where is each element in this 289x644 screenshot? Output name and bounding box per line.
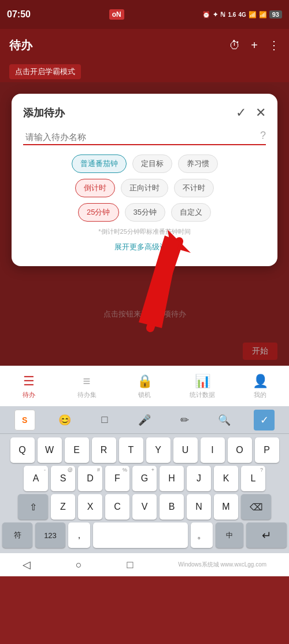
- sougou-btn[interactable]: S: [14, 410, 35, 430]
- header-icons: ⏱ + ⋮: [229, 38, 280, 52]
- key-t[interactable]: T: [119, 437, 143, 463]
- key-backspace[interactable]: ⌫: [241, 494, 271, 520]
- chip-countup[interactable]: 正向计时: [121, 179, 168, 197]
- keyboard-rows: Q W E R T Y U I O P A- S@ D# F% G+ H J K…: [0, 434, 289, 553]
- chip-goal[interactable]: 定目标: [132, 154, 172, 173]
- search-kb-btn[interactable]: 🔍: [214, 410, 235, 430]
- chip-group-type: 普通番茄钟 定目标 养习惯: [23, 154, 266, 173]
- nav-todo-icon: ☰: [23, 374, 35, 389]
- mic-btn[interactable]: 🎤: [134, 410, 155, 430]
- emoji-btn[interactable]: 😊: [54, 410, 75, 430]
- key-y[interactable]: Y: [146, 437, 171, 463]
- key-o[interactable]: O: [228, 437, 252, 463]
- chip-pomodoro[interactable]: 普通番茄钟: [72, 154, 127, 173]
- dialog-actions: ✓ ✕: [236, 105, 266, 120]
- key-z[interactable]: Z: [51, 494, 75, 520]
- chip-25min[interactable]: 25分钟: [78, 203, 118, 222]
- task-name-input[interactable]: [23, 130, 266, 145]
- svg-marker-3: [139, 235, 179, 328]
- key-comma[interactable]: ,: [68, 522, 90, 548]
- nav-mine[interactable]: 👤 我的: [231, 374, 289, 399]
- nav-todo-label: 待办: [23, 391, 35, 399]
- nav-mine-label: 我的: [254, 391, 266, 399]
- nav-todo-set-label: 待办集: [77, 391, 97, 399]
- dialog-confirm-button[interactable]: ✓: [236, 105, 246, 120]
- add-icon[interactable]: +: [251, 39, 258, 52]
- key-m[interactable]: M: [214, 494, 238, 520]
- key-period[interactable]: 。: [191, 522, 213, 548]
- dialog-title: 添加待办: [23, 106, 65, 120]
- nfc-icon: ℕ: [220, 11, 225, 19]
- key-q[interactable]: Q: [10, 437, 35, 463]
- dialog-close-button[interactable]: ✕: [255, 105, 266, 120]
- kb-row-1: Q W E R T Y U I O P: [2, 437, 287, 463]
- key-zh-en[interactable]: 中: [216, 522, 243, 548]
- key-123[interactable]: 123: [35, 522, 65, 548]
- nav-mine-icon: 👤: [253, 374, 268, 389]
- key-e[interactable]: E: [65, 437, 89, 463]
- bluetooth-icon: ✦: [213, 11, 218, 19]
- key-c[interactable]: C: [105, 494, 129, 520]
- nav-back-button[interactable]: ◁: [23, 558, 31, 571]
- network-4g-icon: 4G: [238, 12, 246, 18]
- nav-todo-set-icon: ≡: [83, 374, 91, 389]
- key-b[interactable]: B: [160, 494, 184, 520]
- app-title: 待办: [9, 38, 32, 53]
- key-enter[interactable]: ↵: [246, 522, 287, 548]
- nav-home-button[interactable]: ○: [76, 559, 82, 571]
- key-i[interactable]: I: [201, 437, 225, 463]
- watermark-area: Windows系统城 www.wxcLgg.com: [178, 561, 266, 569]
- key-v[interactable]: V: [132, 494, 157, 520]
- nav-lock-icon: 🔒: [137, 374, 153, 389]
- nav-recents-button[interactable]: □: [127, 559, 134, 571]
- key-r[interactable]: R: [92, 437, 116, 463]
- key-n[interactable]: N: [187, 494, 211, 520]
- system-nav: ◁ ○ □ Windows系统城 www.wxcLgg.com: [0, 553, 289, 576]
- nav-todo[interactable]: ☰ 待办: [0, 374, 58, 399]
- nav-lock-label: 锁机: [138, 391, 151, 399]
- chip-35min[interactable]: 35分钟: [125, 203, 165, 222]
- kb-confirm-btn[interactable]: ✓: [254, 410, 275, 430]
- nav-stats-icon: 📊: [195, 374, 210, 389]
- key-p[interactable]: P: [255, 437, 279, 463]
- nav-stats[interactable]: 📊 统计数据: [173, 374, 231, 399]
- mode-badge[interactable]: 点击开启学霸模式: [9, 64, 81, 79]
- key-l[interactable]: L?: [241, 466, 265, 491]
- key-fu[interactable]: 符: [2, 522, 32, 548]
- key-k[interactable]: K: [214, 466, 238, 491]
- clip-btn[interactable]: □: [94, 410, 115, 430]
- nav-todo-set[interactable]: ≡ 待办集: [58, 374, 116, 399]
- more-icon[interactable]: ⋮: [268, 38, 280, 52]
- keyboard: Q W E R T Y U I O P A- S@ D# F% G+ H J K…: [0, 434, 289, 553]
- status-bar: 07:50 oN ⏰ ✦ ℕ 1.6 4G 📶 📶 93: [0, 0, 289, 29]
- key-h[interactable]: H: [160, 466, 184, 491]
- key-u[interactable]: U: [173, 437, 198, 463]
- chip-custom[interactable]: 自定义: [171, 203, 211, 222]
- status-icons: ⏰ ✦ ℕ 1.6 4G 📶 📶 93: [202, 10, 282, 19]
- nav-lock[interactable]: 🔒 锁机: [116, 374, 173, 399]
- bottom-nav: ☰ 待办 ≡ 待办集 🔒 锁机 📊 统计数据 👤 我的: [0, 366, 289, 406]
- clock-icon[interactable]: ⏱: [229, 39, 240, 52]
- key-j[interactable]: J: [187, 466, 211, 491]
- chip-habit[interactable]: 养习惯: [178, 154, 218, 173]
- on-badge: oN: [109, 9, 124, 20]
- chip-countdown[interactable]: 倒计时: [75, 179, 115, 197]
- help-icon[interactable]: ?: [260, 130, 266, 142]
- key-g[interactable]: G+: [132, 466, 157, 491]
- key-w[interactable]: W: [38, 437, 62, 463]
- key-f[interactable]: F%: [105, 466, 129, 491]
- signal-icon: 1.6: [228, 12, 236, 18]
- key-x[interactable]: X: [78, 494, 102, 520]
- kb-row-4: 符 123 , 。 中 ↵: [2, 522, 287, 548]
- key-shift[interactable]: ⇧: [18, 494, 48, 520]
- pen-btn[interactable]: ✏: [174, 410, 195, 430]
- key-space[interactable]: [93, 522, 188, 548]
- battery-icon: 93: [269, 10, 282, 19]
- key-s[interactable]: S@: [51, 466, 75, 491]
- chip-nocount[interactable]: 不计时: [174, 179, 214, 197]
- kb-row-2: A- S@ D# F% G+ H J K L?: [2, 466, 287, 491]
- key-a[interactable]: A-: [24, 466, 48, 491]
- key-d[interactable]: D#: [78, 466, 102, 491]
- chip-group-duration: 25分钟 35分钟 自定义: [23, 203, 266, 222]
- signal3-icon: 📶: [259, 11, 267, 19]
